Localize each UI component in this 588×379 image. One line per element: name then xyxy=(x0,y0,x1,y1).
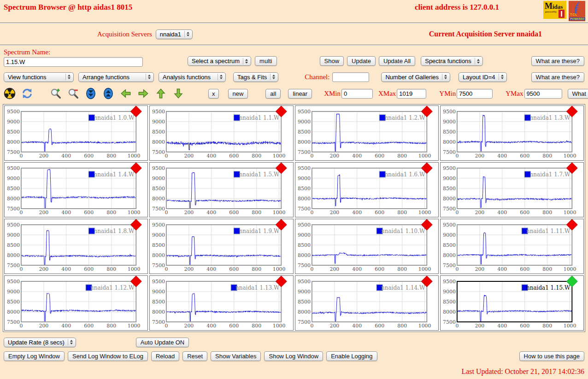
spectrum-cell-4[interactable]: 7500800085009000950002004006008001000nna… xyxy=(4,162,148,217)
spectrum-line xyxy=(166,172,281,209)
spectrum-cell-9[interactable]: 7500800085009000950002004006008001000nna… xyxy=(149,219,293,274)
spectrum-cell-0[interactable]: 7500800085009000950002004006008001000nna… xyxy=(4,105,148,161)
what-are-these-button-1[interactable]: What are these? xyxy=(531,56,584,66)
svg-text:8000: 8000 xyxy=(7,309,20,315)
toolbar-row: x new all linear XMin XMax YMin YMax Wha… xyxy=(0,86,588,102)
auto-update-button[interactable]: Auto Update ON xyxy=(136,338,189,347)
all-button[interactable]: all xyxy=(265,89,281,99)
number-of-galleries-select[interactable]: Number of Galleries xyxy=(381,72,450,82)
multi-button[interactable]: multi xyxy=(255,56,276,66)
xmax-input[interactable] xyxy=(397,89,426,99)
last-updated-text: Last Updated: October 21, 2017 14:02:36 xyxy=(0,367,588,376)
scroll-up-icon[interactable] xyxy=(102,87,114,99)
svg-text:0: 0 xyxy=(310,266,313,272)
update-button[interactable]: Update xyxy=(347,56,376,66)
refresh-icon[interactable] xyxy=(21,87,33,99)
spectrum-cell-15[interactable]: 7500800085009000950002004006008001000nna… xyxy=(440,275,584,331)
select-a-spectrum-select[interactable]: Select a spectrum xyxy=(188,56,251,66)
acquisition-server-select[interactable]: nnaida1 xyxy=(156,29,193,39)
svg-text:8500: 8500 xyxy=(298,242,311,248)
what-are-these-button-3[interactable]: What are these? xyxy=(568,89,588,99)
svg-text:600: 600 xyxy=(520,210,529,216)
x-button[interactable]: x xyxy=(208,89,219,99)
spectrum-cell-10[interactable]: 7500800085009000950002004006008001000nna… xyxy=(295,219,439,274)
spectrum-cell-5[interactable]: 7500800085009000950002004006008001000nna… xyxy=(149,162,293,217)
layout-id-select[interactable]: Layout ID=4 xyxy=(459,72,506,82)
svg-text:200: 200 xyxy=(475,323,484,329)
svg-text:400: 400 xyxy=(207,266,217,272)
spectrum-cell-3[interactable]: 7500800085009000950002004006008001000nna… xyxy=(440,105,584,161)
spectrum-line xyxy=(21,293,136,322)
spectra-functions-select[interactable]: Spectra functions xyxy=(421,56,482,66)
svg-text:200: 200 xyxy=(329,153,339,159)
svg-text:9000: 9000 xyxy=(298,175,311,181)
svg-text:600: 600 xyxy=(375,266,384,272)
show-variables-button[interactable]: Show Variables xyxy=(211,351,261,361)
view-functions-select[interactable]: View functions xyxy=(4,72,74,82)
update-rate-select[interactable]: Update Rate (8 secs) xyxy=(4,338,76,347)
spectrum-line xyxy=(457,233,572,264)
how-to-use-button[interactable]: How to use this page xyxy=(519,351,584,361)
send-log-window-to-elog-button[interactable]: Send Log Window to ELog xyxy=(68,351,148,361)
show-log-window-button[interactable]: Show Log Window xyxy=(264,351,323,361)
scroll-down-icon[interactable] xyxy=(85,87,97,99)
arrange-functions-select[interactable]: Arrange functions xyxy=(78,72,154,82)
spectrum-cell-14[interactable]: 7500800085009000950002004006008001000nna… xyxy=(295,275,439,331)
tcl-logo-text: TCL xyxy=(570,13,578,16)
select-stepper-icon xyxy=(65,74,72,80)
svg-text:800: 800 xyxy=(397,266,407,272)
spectrum-name-input[interactable] xyxy=(4,57,143,67)
what-are-these-button-2[interactable]: What are these? xyxy=(531,72,584,82)
legend-label: nnaida1 1.4.W xyxy=(94,171,135,178)
spectrum-plot-3: 7500800085009000950002004006008001000nna… xyxy=(441,106,583,160)
pan-right-icon[interactable] xyxy=(137,87,149,99)
show-button[interactable]: Show xyxy=(320,56,344,66)
spectrum-cell-11[interactable]: 7500800085009000950002004006008001000nna… xyxy=(440,219,584,274)
xmin-input[interactable] xyxy=(341,89,373,99)
ymin-input[interactable] xyxy=(457,89,493,99)
svg-text:9000: 9000 xyxy=(443,289,456,295)
tags-fits-select[interactable]: Tags & Fits xyxy=(233,72,278,82)
spectrum-cell-6[interactable]: 7500800085009000950002004006008001000nna… xyxy=(295,162,439,217)
svg-text:9500: 9500 xyxy=(443,109,456,115)
svg-text:7500: 7500 xyxy=(7,149,20,155)
update-all-button[interactable]: Update All xyxy=(379,56,415,66)
analysis-functions-select[interactable]: Analysis functions xyxy=(159,72,226,82)
svg-text:8500: 8500 xyxy=(7,129,20,135)
midas-logo-subtitle: powered by xyxy=(545,11,557,13)
svg-text:0: 0 xyxy=(455,323,459,329)
spectrum-line xyxy=(312,175,426,206)
zoom-in-icon[interactable] xyxy=(50,87,62,99)
svg-text:7500: 7500 xyxy=(298,149,311,155)
new-button[interactable]: new xyxy=(228,89,248,99)
svg-text:600: 600 xyxy=(375,323,384,329)
reload-button[interactable]: Reload xyxy=(151,351,179,361)
empty-log-window-button[interactable]: Empty Log Window xyxy=(4,351,65,361)
svg-text:9500: 9500 xyxy=(152,222,165,228)
spectrum-cell-2[interactable]: 7500800085009000950002004006008001000nna… xyxy=(295,105,439,161)
spectrum-cell-12[interactable]: 7500800085009000950002004006008001000nna… xyxy=(4,275,148,331)
channel-input[interactable] xyxy=(332,72,369,82)
zoom-out-icon[interactable] xyxy=(67,87,79,99)
spectrum-cell-8[interactable]: 7500800085009000950002004006008001000nna… xyxy=(4,219,148,274)
pan-up-icon[interactable] xyxy=(155,87,167,99)
spectrum-plot-13: 7500800085009000950002004006008001000nna… xyxy=(150,276,293,330)
acquisition-server-select-value: nnaida1 xyxy=(160,31,184,38)
radiation-icon[interactable] xyxy=(4,87,16,99)
legend-label: nnaida1 1.8.W xyxy=(94,228,135,234)
svg-text:800: 800 xyxy=(106,210,116,216)
spectrum-cell-1[interactable]: 7500800085009000950002004006008001000nna… xyxy=(149,105,293,161)
spectrum-cell-7[interactable]: 7500800085009000950002004006008001000nna… xyxy=(440,162,584,217)
svg-text:200: 200 xyxy=(39,323,48,329)
svg-text:400: 400 xyxy=(497,153,507,159)
pan-left-icon[interactable] xyxy=(120,87,132,99)
svg-text:200: 200 xyxy=(329,323,339,329)
pan-down-icon[interactable] xyxy=(172,87,184,99)
ymax-input[interactable] xyxy=(524,89,562,99)
linear-button[interactable]: linear xyxy=(288,89,312,99)
reset-button[interactable]: Reset xyxy=(182,351,207,361)
spectrum-line xyxy=(457,295,572,322)
spectrum-cell-13[interactable]: 7500800085009000950002004006008001000nna… xyxy=(149,275,293,331)
legend-label: nnaida1 1.6.W xyxy=(384,171,425,178)
enable-logging-button[interactable]: Enable Logging xyxy=(326,351,377,361)
